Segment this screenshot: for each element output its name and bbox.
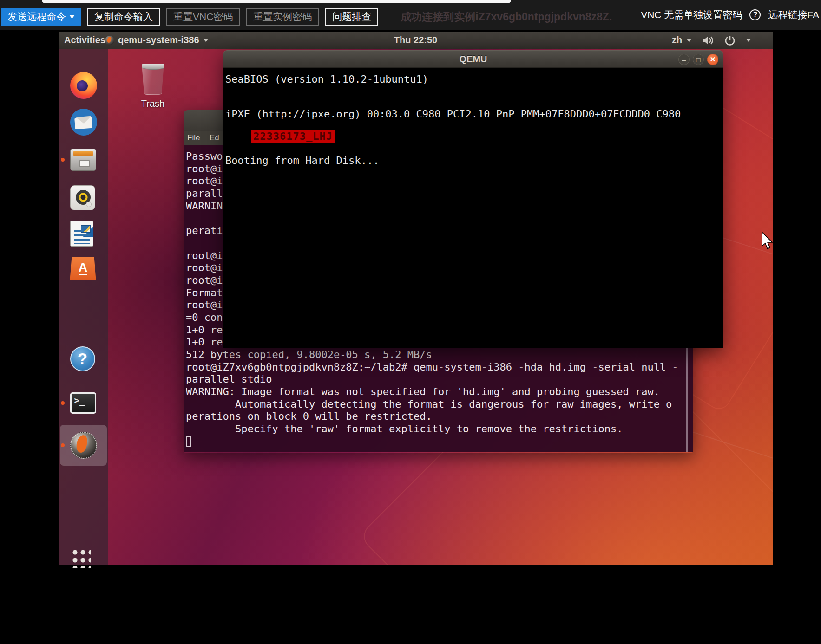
terminal-line: 512 bytes copied, 9.8002e-05 s, 5.2 MB/s: [186, 349, 693, 361]
file-cabinet-icon: [70, 149, 96, 171]
qemu-highlight-text: 22336173_LHJ: [251, 130, 335, 143]
software-bag-icon: A: [70, 257, 96, 280]
dock-item-rhythmbox[interactable]: [70, 184, 97, 211]
writer-document-icon: [70, 221, 93, 247]
show-applications-button[interactable]: [70, 544, 97, 571]
troubleshoot-button[interactable]: 问题排查: [325, 8, 378, 26]
system-menu-caret-icon[interactable]: [746, 39, 751, 42]
dock-item-help[interactable]: ?: [70, 345, 97, 372]
close-button[interactable]: ✕: [707, 54, 718, 65]
running-indicator: [61, 401, 65, 405]
terminal-line: perations on block 0 will be restricted.: [186, 410, 693, 423]
dock-item-qemu[interactable]: [70, 432, 97, 459]
dock-item-terminal[interactable]: >_: [70, 390, 97, 416]
clock-menu[interactable]: Thu 22:50: [394, 32, 437, 49]
terminal-cursor: [186, 436, 191, 447]
power-icon[interactable]: [724, 35, 736, 46]
terminal-line: root@iZ7xv6gb0ntpgjpdkvn8z8Z:~/lab2# qem…: [186, 361, 693, 374]
terminal-line: Specify the 'raw' format explicitly to r…: [186, 423, 693, 436]
remote-link-faq[interactable]: 远程链接FA: [768, 8, 819, 21]
app-grid-icon: [70, 547, 91, 568]
dropdown-caret-icon: [69, 15, 75, 19]
send-remote-command-button[interactable]: 发送远程命令: [1, 8, 81, 26]
qemu-ipxe-line: iPXE (http://ipxe.org) 00:03.0 C980 PCI2…: [225, 108, 681, 120]
running-indicator: [61, 158, 65, 162]
page-top-sliver: [42, 0, 511, 3]
focused-app-label: qemu-system-i386: [118, 35, 199, 46]
qemu-display[interactable]: SeaBIOS (version 1.10.2-1ubuntu1) iPXE (…: [223, 68, 723, 348]
volume-icon[interactable]: [702, 35, 714, 46]
help-circle-icon: ?: [749, 9, 761, 20]
language-indicator[interactable]: zh: [672, 35, 692, 46]
thunderbird-icon: [70, 109, 97, 136]
question-mark-icon: ?: [70, 346, 95, 371]
qemu-bird-icon: [70, 432, 97, 459]
terminal-line: parallel stdio: [186, 373, 693, 386]
gnome-top-bar: Activities qemu-system-i386 Thu 22:50 zh: [59, 32, 773, 49]
vnc-toolbar: 发送远程命令 复制命令输入 重置VNC密码 重置实例密码 问题排查 成功连接到实…: [0, 0, 821, 30]
dock-item-files[interactable]: [70, 146, 97, 173]
chevron-down-icon: [203, 39, 209, 42]
firefox-icon: [70, 72, 97, 99]
menu-edit[interactable]: Ed: [210, 133, 219, 143]
speaker-icon: [70, 185, 95, 210]
dock-item-libreoffice-writer[interactable]: [70, 220, 97, 247]
qemu-window-title: QEMU: [460, 54, 487, 65]
minimize-button[interactable]: –: [678, 54, 690, 65]
remote-desktop: Activities qemu-system-i386 Thu 22:50 zh: [59, 32, 773, 565]
terminal-icon: >_: [70, 392, 96, 414]
mouse-cursor: [761, 231, 775, 251]
terminal-line: Automatically detecting the format is da…: [186, 398, 693, 411]
language-label: zh: [672, 35, 682, 46]
running-indicator: [61, 443, 65, 447]
activities-button[interactable]: Activities: [64, 32, 105, 49]
trash-label: Trash: [138, 98, 167, 109]
menu-file[interactable]: File: [187, 133, 200, 143]
focused-app-menu[interactable]: qemu-system-i386: [105, 32, 209, 49]
connection-status-text: 成功连接到实例iZ7xv6gb0ntpgjpdkvn8z8Z.: [401, 8, 612, 26]
dock-item-thunderbird[interactable]: [70, 109, 97, 136]
dock: A ? >_: [59, 49, 108, 565]
vnc-password-note: VNC 无需单独设置密码: [641, 8, 742, 21]
chevron-down-icon: [686, 39, 692, 42]
dock-item-firefox[interactable]: [70, 72, 97, 99]
qemu-window: QEMU – □ ✕ SeaBIOS (version 1.10.2-1ubun…: [223, 50, 723, 348]
reset-vnc-password-button[interactable]: 重置VNC密码: [166, 8, 240, 26]
reset-instance-password-button[interactable]: 重置实例密码: [246, 8, 319, 26]
terminal-line: WARNING: Image format was not specified …: [186, 386, 693, 398]
trash-shortcut[interactable]: Trash: [138, 64, 167, 109]
send-remote-command-label: 发送远程命令: [7, 10, 66, 23]
screen: 发送远程命令 复制命令输入 重置VNC密码 重置实例密码 问题排查 成功连接到实…: [0, 0, 821, 644]
qemu-bios-line: SeaBIOS (version 1.10.2-1ubuntu1): [225, 73, 428, 85]
trash-icon: [141, 64, 165, 95]
copy-command-input-button[interactable]: 复制命令输入: [87, 8, 160, 26]
maximize-button[interactable]: □: [693, 54, 704, 65]
qemu-app-icon: [105, 36, 114, 45]
qemu-titlebar[interactable]: QEMU – □ ✕: [223, 50, 723, 68]
qemu-boot-line: Booting from Hard Disk...: [225, 155, 379, 166]
dock-item-ubuntu-software[interactable]: A: [70, 255, 97, 282]
